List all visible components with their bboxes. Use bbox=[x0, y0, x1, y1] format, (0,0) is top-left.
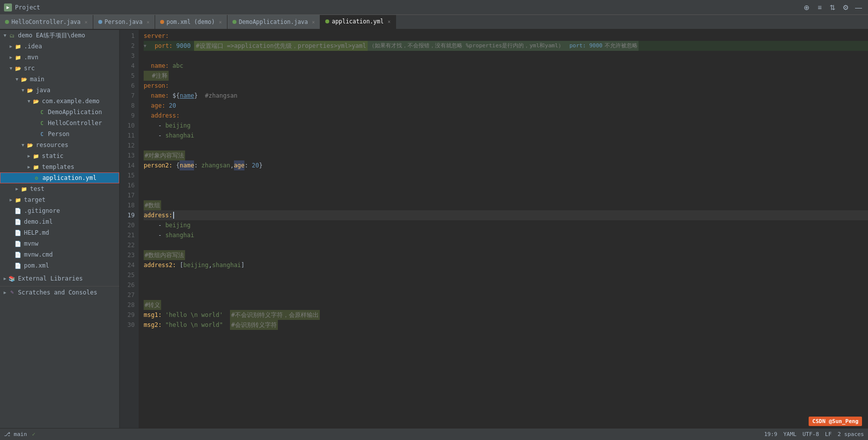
tree-icon-static: 📁 bbox=[32, 152, 40, 160]
close-sidebar-btn[interactable]: — bbox=[853, 2, 864, 13]
tab-label-demo-app: DemoApplication.java bbox=[239, 18, 308, 25]
code-line-17 bbox=[144, 190, 868, 200]
line-ending-indicator[interactable]: LF bbox=[825, 431, 832, 438]
line-num-9: 9 bbox=[120, 111, 135, 121]
tree-item-main[interactable]: ▼ 📂 main bbox=[0, 74, 119, 85]
tab-hello-controller[interactable]: HelloController.java × bbox=[0, 15, 93, 29]
tree-item-static[interactable]: ▶ 📁 static bbox=[0, 150, 119, 161]
tab-icon-pom bbox=[160, 20, 164, 24]
tree-item-help-md[interactable]: ▶ 📄 HELP.md bbox=[0, 227, 119, 238]
tree-item-pom-xml[interactable]: ▶ 📄 pom.xml bbox=[0, 260, 119, 271]
code-line-4: name: abc bbox=[144, 61, 868, 71]
tree-item-src[interactable]: ▼ 📂 src bbox=[0, 63, 119, 74]
tree-item-ext-libs[interactable]: ▶ 📚 External Libraries bbox=[0, 273, 119, 284]
tab-icon-hello bbox=[5, 20, 9, 24]
line-num-15: 15 bbox=[120, 170, 135, 180]
line-num-24: 24 bbox=[120, 260, 135, 270]
tree-item-demo-iml[interactable]: ▶ 📄 demo.iml bbox=[0, 216, 119, 227]
tree-label-resources: resources bbox=[36, 142, 68, 148]
tab-app-yml[interactable]: application.yml × bbox=[320, 15, 396, 29]
line-num-26: 26 bbox=[120, 280, 135, 290]
code-line-2: ▼ port: 9000 #设置端口 =>application优先级，prop… bbox=[144, 41, 868, 51]
tree-item-com[interactable]: ▼ 📂 com.example.demo bbox=[0, 96, 119, 107]
tree-arrow-idea: ▶ bbox=[8, 44, 14, 49]
tree-icon-hello-controller: C bbox=[38, 119, 46, 127]
tree-label-hello-controller: HelloController bbox=[48, 120, 102, 127]
code-line-20: - beijing bbox=[144, 220, 868, 230]
tree-item-resources[interactable]: ▼ 📂 resources bbox=[0, 140, 119, 150]
tab-close-demo-app[interactable]: × bbox=[312, 19, 315, 25]
line-num-22: 22 bbox=[120, 240, 135, 250]
tabs-bar: HelloController.java × Person.java × pom… bbox=[0, 15, 868, 30]
encoding-indicator[interactable]: UTF-8 bbox=[803, 431, 819, 438]
tree-item-gitignore[interactable]: ▶ 📄 .gitignore bbox=[0, 205, 119, 216]
code-line-14: person2: { name : zhangsan , age : 20 } bbox=[144, 160, 868, 170]
tab-close-pom[interactable]: × bbox=[219, 19, 222, 25]
line-num-20: 20 bbox=[120, 220, 135, 230]
code-line-7: name: ${ name } #zhangsan bbox=[144, 91, 868, 101]
tree-icon-scratches: ✎ bbox=[8, 289, 16, 296]
sidebar: ▼ 🗂 demo EA练手项目\demo ▶ 📁 .idea ▶ 📁 .mvn … bbox=[0, 30, 120, 428]
tree-item-app-yml-file[interactable]: ▶ ⚙ application.yml bbox=[0, 172, 119, 183]
collapse-btn[interactable]: ≡ bbox=[814, 2, 825, 13]
tree-icon-mvnw: 📄 bbox=[14, 240, 22, 248]
tree-item-demo-root[interactable]: ▼ 🗂 demo EA练手项目\demo bbox=[0, 30, 119, 41]
code-line-18: #数组 bbox=[144, 200, 868, 210]
code-line-16 bbox=[144, 180, 868, 190]
tree-item-hello-controller[interactable]: ▶ C HelloController bbox=[0, 118, 119, 129]
tree-icon-mvnw-cmd: 📄 bbox=[14, 251, 22, 259]
tree-item-test[interactable]: ▶ 📁 test bbox=[0, 183, 119, 194]
tree-label-mvnw: mvnw bbox=[24, 240, 38, 247]
tree-arrow-com: ▼ bbox=[26, 99, 32, 104]
tree-arrow-demo: ▼ bbox=[2, 33, 8, 38]
title-bar: ▶ Project ⊕ ≡ ⇅ ⚙ — bbox=[0, 0, 868, 15]
tab-close-app-yml[interactable]: × bbox=[388, 19, 391, 24]
tree-arrow-test: ▶ bbox=[14, 186, 20, 191]
tab-label-hello: HelloController.java bbox=[11, 18, 80, 25]
tree-item-person[interactable]: ▶ C Person bbox=[0, 129, 119, 140]
tree-item-idea[interactable]: ▶ 📁 .idea bbox=[0, 41, 119, 52]
line-num-6: 6 bbox=[120, 81, 135, 91]
tree-label-app-yml-file: application.yml bbox=[42, 174, 96, 181]
tab-pom[interactable]: pom.xml (demo) × bbox=[155, 15, 227, 29]
tree-icon-person: C bbox=[38, 130, 46, 138]
title-controls: ⊕ ≡ ⇅ ⚙ — bbox=[801, 2, 864, 13]
line-num-13: 13 bbox=[120, 150, 135, 160]
tree-icon-resources: 📂 bbox=[26, 141, 34, 149]
settings-btn[interactable]: ⚙ bbox=[840, 2, 851, 13]
code-line-26 bbox=[144, 280, 868, 290]
tree-label-help-md: HELP.md bbox=[24, 229, 49, 236]
tree-item-mvnw-cmd[interactable]: ▶ 📄 mvnw.cmd bbox=[0, 249, 119, 260]
tab-person[interactable]: Person.java × bbox=[93, 15, 155, 29]
line-col-indicator[interactable]: 19:9 bbox=[764, 431, 778, 438]
indent-indicator[interactable]: 2 spaces bbox=[838, 431, 864, 438]
line-num-25: 25 bbox=[120, 270, 135, 280]
language-indicator[interactable]: YAML bbox=[783, 431, 797, 438]
tree-item-mvnw[interactable]: ▶ 📄 mvnw bbox=[0, 238, 119, 249]
tree-item-scratches[interactable]: ▶ ✎ Scratches and Consoles bbox=[0, 286, 119, 297]
tree-label-demo-application: DemoApplication bbox=[48, 109, 102, 116]
tree-icon-idea: 📁 bbox=[14, 42, 22, 50]
tree-icon-test: 📁 bbox=[20, 185, 28, 193]
tab-close-person[interactable]: × bbox=[147, 19, 150, 25]
tree-item-java[interactable]: ▼ 📂 java bbox=[0, 85, 119, 96]
line-num-14: 14 bbox=[120, 160, 135, 170]
tree-label-scratches: Scratches and Consoles bbox=[18, 289, 97, 296]
tree-item-mvn[interactable]: ▶ 📁 .mvn bbox=[0, 52, 119, 63]
expand-btn[interactable]: ⇅ bbox=[827, 2, 838, 13]
tab-close-hello[interactable]: × bbox=[84, 19, 87, 25]
line-num-17: 17 bbox=[120, 190, 135, 200]
tree-item-target[interactable]: ▶ 📁 target bbox=[0, 194, 119, 205]
editor-area: 1 2 3 4 5 6 7 8 9 10 11 12 13 14 15 16 1… bbox=[120, 30, 868, 428]
tab-icon-demo-app bbox=[232, 20, 236, 24]
tab-demo-app[interactable]: DemoApplication.java × bbox=[227, 15, 321, 29]
new-scratch-btn[interactable]: ⊕ bbox=[801, 2, 812, 13]
git-branch[interactable]: ⎇ main bbox=[4, 431, 27, 438]
code-line-23: #数组内容写法 bbox=[144, 250, 868, 260]
tree-item-demo-application[interactable]: ▶ C DemoApplication bbox=[0, 107, 119, 118]
tree-icon-mvn: 📁 bbox=[14, 53, 22, 61]
tree-icon-ext-libs: 📚 bbox=[8, 275, 16, 283]
code-editor[interactable]: server: ▼ port: 9000 #设置端口 =>application… bbox=[139, 30, 868, 428]
code-line-11: - shanghai bbox=[144, 131, 868, 141]
tree-item-templates[interactable]: ▶ 📁 templates bbox=[0, 161, 119, 172]
